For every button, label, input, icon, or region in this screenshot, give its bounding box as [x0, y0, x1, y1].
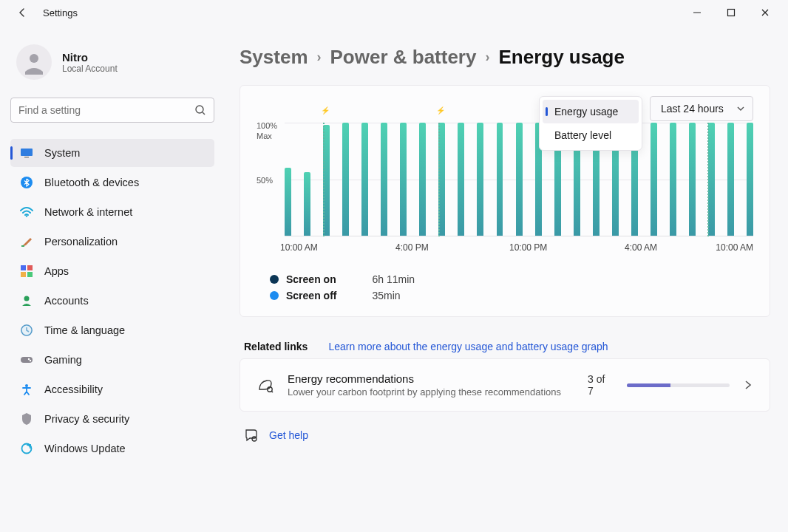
- back-button[interactable]: [13, 4, 31, 21]
- range-select[interactable]: Last 24 hours: [650, 96, 753, 121]
- search-input[interactable]: [18, 104, 194, 116]
- chart-legend: Screen on Screen off 6h 11min 35min: [257, 273, 753, 301]
- sidebar-item-gaming[interactable]: Gaming: [10, 346, 214, 374]
- popup-item-energy[interactable]: Energy usage: [543, 100, 639, 123]
- main-content: System › Power & battery › Energy usage …: [222, 25, 788, 532]
- legend-swatch-on: [270, 275, 279, 284]
- sidebar-item-bluetooth[interactable]: Bluetooth & devices: [10, 168, 214, 197]
- person-icon: [19, 293, 34, 308]
- chart-bar[interactable]: [477, 123, 483, 236]
- charging-icon: ⚡: [436, 106, 445, 115]
- sidebar-item-label: Apps: [44, 265, 69, 277]
- sidebar-item-label: Gaming: [44, 354, 82, 366]
- svg-point-3: [196, 106, 203, 113]
- chart-bar[interactable]: [342, 123, 349, 236]
- sidebar-item-apps[interactable]: Apps: [10, 257, 214, 285]
- get-help-row[interactable]: Get help: [240, 412, 770, 459]
- chart-bar[interactable]: [381, 123, 387, 236]
- brush-icon: [19, 234, 34, 249]
- svg-rect-1: [728, 10, 735, 16]
- search-icon: [194, 104, 206, 116]
- profile-sub: Local Account: [62, 64, 118, 74]
- minimize-button[interactable]: [680, 0, 714, 25]
- chart-bar[interactable]: [361, 123, 368, 236]
- chevron-right-icon: [743, 380, 753, 390]
- profile-block[interactable]: Nitro Local Account: [10, 35, 214, 93]
- chart-bar[interactable]: [497, 123, 503, 236]
- y-label-50: 50%: [257, 176, 273, 185]
- related-label: Related links: [244, 341, 308, 352]
- related-link[interactable]: Learn more about the energy usage and ba…: [328, 341, 608, 352]
- window-title: Settings: [43, 7, 78, 18]
- close-button[interactable]: [748, 0, 782, 25]
- sidebar-item-label: Bluetooth & devices: [44, 177, 139, 188]
- sidebar-item-time[interactable]: Time & language: [10, 316, 214, 344]
- x-tick: 4:00 PM: [395, 242, 429, 253]
- sidebar-item-personalization[interactable]: Personalization: [10, 228, 214, 256]
- gamepad-icon: [19, 352, 34, 367]
- svg-rect-11: [27, 265, 33, 270]
- accessibility-icon: [19, 382, 34, 397]
- chart-bar[interactable]: [285, 168, 291, 236]
- svg-point-20: [25, 384, 28, 387]
- sidebar-item-privacy[interactable]: Privacy & security: [10, 405, 214, 433]
- sidebar-item-label: Accounts: [44, 295, 89, 307]
- breadcrumb-root[interactable]: System: [240, 46, 308, 69]
- charging-icon: ⚡: [321, 106, 330, 115]
- wifi-icon: [19, 205, 34, 219]
- sidebar-item-accessibility[interactable]: Accessibility: [10, 375, 214, 403]
- svg-line-23: [271, 391, 273, 392]
- chart-bar[interactable]: [419, 123, 426, 236]
- x-tick: 4:00 AM: [625, 242, 657, 253]
- sidebar-item-update[interactable]: Windows Update: [10, 434, 214, 463]
- x-tick: 10:00 AM: [716, 242, 753, 253]
- metric-popup: Energy usage Battery level: [539, 96, 642, 151]
- chevron-down-icon: [736, 104, 745, 113]
- energy-recommendations-card[interactable]: Energy recommendations Lower your carbon…: [240, 358, 770, 412]
- search-box[interactable]: [10, 98, 214, 123]
- svg-rect-10: [21, 265, 26, 270]
- chart-bar[interactable]: [458, 123, 464, 236]
- help-icon: [244, 428, 259, 443]
- chart-bar[interactable]: [516, 123, 523, 236]
- range-select-label: Last 24 hours: [661, 103, 724, 115]
- x-tick: 10:00 AM: [280, 242, 318, 253]
- breadcrumb-mid[interactable]: Power & battery: [330, 46, 477, 69]
- legend-swatch-off: [270, 291, 279, 300]
- bluetooth-icon: [19, 175, 34, 190]
- charge-marker: [438, 123, 440, 236]
- chart-panel: Energy usage Battery level Last 24 hours…: [240, 85, 770, 317]
- system-icon: [19, 146, 34, 160]
- sidebar-item-accounts[interactable]: Accounts: [10, 287, 214, 315]
- svg-rect-12: [21, 272, 26, 277]
- popup-item-battery[interactable]: Battery level: [543, 123, 639, 147]
- avatar: [16, 44, 52, 80]
- legend-on-value: 6h 11min: [372, 273, 415, 285]
- svg-rect-9: [21, 245, 24, 247]
- svg-line-4: [203, 112, 205, 115]
- sidebar-item-label: Personalization: [44, 236, 118, 248]
- svg-point-16: [21, 325, 32, 335]
- rec-progress-bar: [627, 383, 730, 387]
- sidebar-item-label: System: [44, 147, 80, 159]
- chevron-right-icon: ›: [485, 50, 489, 65]
- sidebar-item-network[interactable]: Network & internet: [10, 198, 214, 226]
- svg-point-14: [24, 296, 30, 301]
- maximize-button[interactable]: [714, 0, 748, 25]
- svg-point-19: [30, 360, 31, 361]
- help-label: Get help: [269, 429, 308, 441]
- chart-bar[interactable]: [304, 172, 310, 236]
- sidebar-item-system[interactable]: System: [10, 139, 214, 167]
- svg-point-8: [26, 215, 27, 216]
- breadcrumb: System › Power & battery › Energy usage: [240, 46, 770, 69]
- rec-progress-text: 3 of 7: [588, 373, 614, 397]
- legend-off-value: 35min: [372, 290, 415, 301]
- rec-subtitle: Lower your carbon footprint by applying …: [288, 386, 561, 398]
- clock-icon: [19, 323, 34, 338]
- shield-icon: [19, 412, 34, 426]
- svg-rect-6: [24, 157, 29, 158]
- chevron-right-icon: ›: [317, 50, 322, 65]
- titlebar: Settings: [0, 0, 788, 25]
- svg-point-2: [30, 54, 38, 63]
- chart-bar[interactable]: [400, 123, 407, 236]
